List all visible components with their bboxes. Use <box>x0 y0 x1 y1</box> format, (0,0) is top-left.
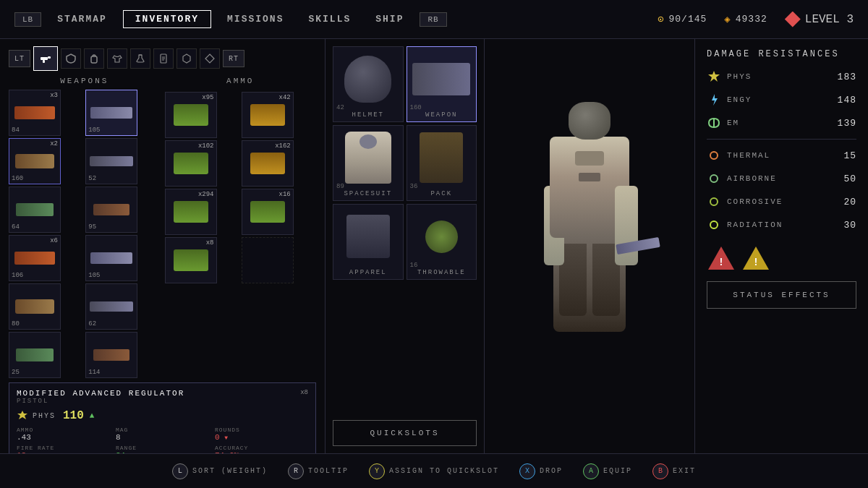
weapon-item-2[interactable]: 105 <box>85 90 137 136</box>
airborne-icon <box>707 171 721 186</box>
ammo-label: AMMO <box>165 77 317 85</box>
helmet-label: HELMET <box>352 111 384 119</box>
weapon-shape-12 <box>93 349 129 361</box>
radiation-dot <box>710 221 718 229</box>
quickslots-button[interactable]: QUICKSLOTS <box>333 420 477 446</box>
weapon-value-1: 84 <box>12 127 20 134</box>
ammo-item-8[interactable] <box>242 237 294 283</box>
weapon-item-10[interactable]: 62 <box>85 283 137 330</box>
item-type: PISTOL <box>17 398 184 405</box>
throwable-label: THROWABLE <box>417 269 466 276</box>
equip-helmet[interactable]: 42 HELMET <box>333 46 404 122</box>
ammo-item-5[interactable]: x294 <box>165 189 217 235</box>
credits-stat: ◈ 49332 <box>724 13 767 25</box>
cat-misc[interactable] <box>153 48 174 69</box>
ammo-count-1: x95 <box>202 94 213 101</box>
equip-pack[interactable]: 36 PACK <box>407 125 477 201</box>
ammo-item-6[interactable]: x16 <box>242 189 294 235</box>
apparel-img <box>346 215 390 258</box>
spacesuit-label: SPACESUIT <box>344 190 392 197</box>
nav-right: ⊙ 90/145 ◈ 49332 LEVEL 3 <box>658 12 854 27</box>
backpack-icon <box>89 53 99 64</box>
equip-apparel[interactable]: APPAREL <box>333 204 404 280</box>
cat-weapons[interactable] <box>33 46 58 71</box>
weapon-item-9[interactable]: 80 <box>9 283 61 330</box>
status-effects-button[interactable]: STATUS EFFECTS <box>707 281 856 309</box>
engy-value: 148 <box>838 95 856 106</box>
ammo-item-3[interactable]: x102 <box>165 140 217 187</box>
cat-apparel[interactable] <box>107 48 127 69</box>
cat-quest[interactable] <box>200 48 220 69</box>
character-preview <box>485 39 694 453</box>
equip-row-2: 89 SPACESUIT 36 PACK <box>333 125 477 201</box>
character-panel <box>485 39 694 453</box>
weapon-item-12[interactable]: 114 <box>85 332 137 378</box>
cat-shield[interactable] <box>61 48 81 69</box>
encumbrance-icon: ⊙ <box>658 13 664 25</box>
equip-button-icon[interactable]: A <box>583 463 599 479</box>
weapon-item-4[interactable]: 52 <box>85 138 137 184</box>
tab-ship[interactable]: SHIP <box>367 14 412 25</box>
tab-starmap[interactable]: STARMAP <box>48 14 116 25</box>
damage-row: PHYS 110 ▲ <box>17 409 308 422</box>
quickslot-button-icon[interactable]: Y <box>369 463 385 479</box>
credits-value: 49332 <box>736 14 767 25</box>
equip-throwable[interactable]: 16 THROWABLE <box>407 204 477 280</box>
helmet-img <box>344 56 391 103</box>
ammo-item-7[interactable]: x8 <box>165 237 217 283</box>
bottom-bar: L SORT (WEIGHT) R TOOLTIP Y ASSIGN TO QU… <box>0 453 868 488</box>
cat-consumable[interactable] <box>130 48 150 69</box>
sort-button-icon[interactable]: L <box>172 463 188 479</box>
weapon-item-8[interactable]: 105 <box>85 235 137 281</box>
rt-button[interactable]: RT <box>223 50 244 67</box>
ammo-shape-7 <box>174 249 208 271</box>
ammo-count-2: x42 <box>279 94 291 101</box>
lt-button[interactable]: LT <box>9 50 30 67</box>
weapon-item-7[interactable]: x6 106 <box>9 235 61 281</box>
ammo-item-4[interactable]: x162 <box>242 140 294 187</box>
cat-resources[interactable] <box>176 48 197 69</box>
character-arm-right <box>615 186 638 265</box>
rb-button[interactable]: RB <box>420 12 446 27</box>
thermal-value: 15 <box>843 150 856 161</box>
equip-spacesuit[interactable]: 89 SPACESUIT <box>333 125 404 201</box>
corrosive-value: 20 <box>843 197 856 207</box>
ammo-shape-5 <box>174 201 208 223</box>
tab-skills[interactable]: SKILLS <box>299 14 359 25</box>
equip-weapon[interactable]: 160 WEAPON <box>407 46 477 122</box>
gun-icon <box>39 52 52 65</box>
tooltip-button-icon[interactable]: R <box>288 463 304 479</box>
drop-button-icon[interactable]: X <box>519 463 535 479</box>
ammo-shape-2 <box>250 104 285 126</box>
phys-value: 183 <box>838 72 856 82</box>
ammo-item-1[interactable]: x95 <box>165 92 217 138</box>
tab-inventory[interactable]: INVENTORY <box>123 10 211 28</box>
exit-button-icon[interactable]: B <box>652 463 668 479</box>
cat-pack[interactable] <box>84 48 104 69</box>
level-badge: LEVEL 3 <box>785 12 854 27</box>
res-corrosive-row: CORROSIVE 20 <box>707 194 856 209</box>
weapon-shape-4 <box>90 156 133 166</box>
action-exit: B EXIT <box>652 463 696 479</box>
ammo-item-2[interactable]: x42 <box>242 92 294 138</box>
weapon-item-1[interactable]: x3 84 <box>9 90 61 136</box>
weapon-item-11[interactable]: 25 <box>9 332 61 378</box>
weapon-item-6[interactable]: 95 <box>85 187 137 233</box>
weapons-grid: x3 84 105 x2 160 52 <box>9 90 161 378</box>
tab-missions[interactable]: MISSIONS <box>218 14 292 25</box>
res-em-row: EM 139 <box>707 116 856 130</box>
ammo-badge: x8 <box>300 389 308 396</box>
ammo-count-5: x294 <box>198 191 214 198</box>
corrosive-icon <box>707 194 721 209</box>
nav-left: LB STARMAP INVENTORY MISSIONS SKILLS SHI… <box>14 10 447 28</box>
weapon-shape-2 <box>90 107 132 119</box>
throwable-img <box>425 221 458 253</box>
weapon-item-5[interactable]: 64 <box>9 187 61 233</box>
equip-row-3: APPAREL 16 THROWABLE <box>333 204 477 280</box>
weapon-value-9: 80 <box>12 320 20 328</box>
weapon-item-3[interactable]: x2 160 <box>9 138 61 184</box>
equipment-panel: 42 HELMET 160 WEAPON 89 SPACESUIT <box>326 39 485 453</box>
pack-label: PACK <box>430 190 452 197</box>
weapon-shape-3 <box>15 154 54 168</box>
lb-button[interactable]: LB <box>14 12 41 27</box>
